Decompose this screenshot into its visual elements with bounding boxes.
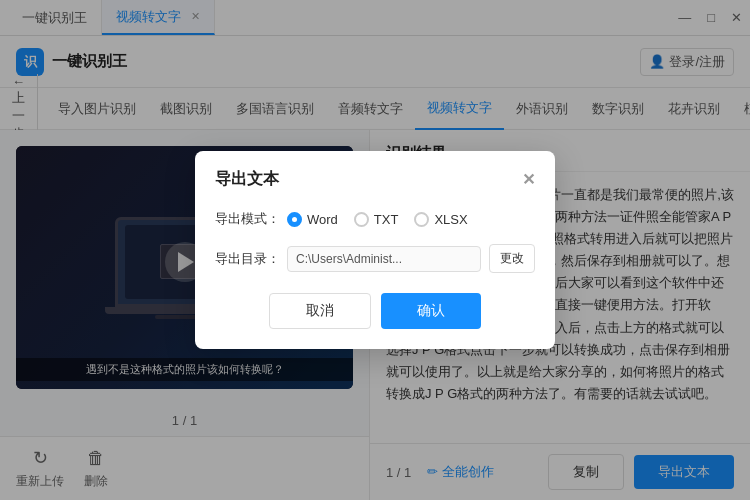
format-word-label: Word xyxy=(307,212,338,227)
export-dialog: 导出文本 ✕ 导出模式： Word TXT X xyxy=(195,151,555,349)
radio-txt xyxy=(354,212,369,227)
format-xlsx[interactable]: XLSX xyxy=(414,212,467,227)
format-xlsx-label: XLSX xyxy=(434,212,467,227)
cancel-button[interactable]: 取消 xyxy=(269,293,371,329)
export-mode-row: 导出模式： Word TXT XLSX xyxy=(215,210,535,228)
modal-overlay: 导出文本 ✕ 导出模式： Word TXT X xyxy=(0,0,750,500)
format-word[interactable]: Word xyxy=(287,212,338,227)
dialog-close-button[interactable]: ✕ xyxy=(522,172,535,188)
dialog-body: 导出模式： Word TXT XLSX xyxy=(195,202,555,349)
change-path-button[interactable]: 更改 xyxy=(489,244,535,273)
export-format-group: Word TXT XLSX xyxy=(287,212,468,227)
dialog-footer: 取消 确认 xyxy=(215,289,535,329)
confirm-button[interactable]: 确认 xyxy=(381,293,481,329)
export-path-input[interactable] xyxy=(287,246,481,272)
radio-word-checked xyxy=(287,212,302,227)
radio-xlsx xyxy=(414,212,429,227)
export-mode-label: 导出模式： xyxy=(215,210,287,228)
export-dir-label: 导出目录： xyxy=(215,250,287,268)
export-dir-row: 导出目录： 更改 xyxy=(215,244,535,273)
format-txt-label: TXT xyxy=(374,212,399,227)
dialog-header: 导出文本 ✕ xyxy=(195,151,555,202)
format-txt[interactable]: TXT xyxy=(354,212,399,227)
dialog-title: 导出文本 xyxy=(215,169,279,190)
